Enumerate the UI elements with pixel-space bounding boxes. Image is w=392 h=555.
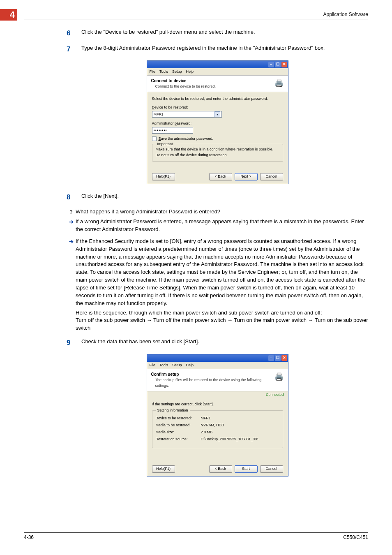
menu-file[interactable]: File [150,363,156,368]
step-number-6: 6 [67,28,81,39]
info-key: Media size: [156,430,201,435]
info-value: MFP1 [201,416,211,421]
question-icon: ? [67,208,76,216]
connected-status: Connected [147,391,288,398]
confirm-setup-dialog: – ☐ ✕ File Tools Setup Help Confirm setu… [147,354,288,476]
arrow-right-icon: ➔ [67,238,76,332]
info-key: Device to be restored: [156,416,201,421]
info-value: NVRAM, HDD [201,423,224,428]
step-number-7: 7 [67,44,81,56]
page-number: 4-36 [24,534,34,540]
maximize-icon[interactable]: ☐ [275,355,281,361]
cancel-button[interactable]: Cancel [260,465,283,473]
cancel-button[interactable]: Cancel [260,173,283,180]
menu-setup[interactable]: Setup [172,363,182,368]
save-password-label: Save the administrator password. [159,136,214,141]
step-7-text: Type the 8-digit Administrator Password … [81,44,325,52]
window-titlebar[interactable]: – ☐ ✕ [147,61,288,68]
table-row: Device to be restored: MFP1 [156,415,279,422]
close-icon[interactable]: ✕ [281,62,287,67]
device-label: Device to be restored: [152,105,283,110]
help-button[interactable]: Help(F1) [152,465,175,473]
back-button[interactable]: < Back [209,173,232,180]
important-line-2: Do not turn off the device during restor… [156,153,279,158]
note-question: What happens if a wrong Administrator Pa… [76,208,368,216]
section-number: 4 [0,9,17,21]
important-legend: Important [156,141,175,147]
setting-info-legend: Setting information [156,408,190,413]
close-icon[interactable]: ✕ [281,355,287,361]
model-number: C550/C451 [343,534,368,540]
note-answer-2: If the Enhanced Security mode is set to … [76,238,365,306]
table-row: Media size: 2.0 MB [156,429,279,436]
menu-tools[interactable]: Tools [159,363,168,368]
minimize-icon[interactable]: – [268,355,274,361]
minimize-icon[interactable]: – [268,62,274,67]
menu-bar: File Tools Setup Help [147,68,288,76]
dialog-title: Connect to device [151,78,216,84]
menu-help[interactable]: Help [186,363,194,368]
chevron-down-icon[interactable]: ▾ [214,111,220,117]
dialog-subtitle: The backup files will be restored to the… [155,377,274,388]
note-answer-2c: Turn off the sub power switch → Turn off… [76,317,368,331]
back-button[interactable]: < Back [209,465,232,473]
info-key: Media to be restored: [156,423,201,428]
connect-device-dialog: – ☐ ✕ File Tools Setup Help Connect to d… [147,60,288,184]
note-answer-1: If a wrong Administrator Password is ent… [76,218,368,234]
help-button[interactable]: Help(F1) [152,173,175,180]
password-value: •••••••• [154,128,167,133]
password-input[interactable]: •••••••• [152,127,193,134]
menu-bar: File Tools Setup Help [147,362,288,369]
save-password-checkbox[interactable] [152,136,157,141]
menu-help[interactable]: Help [186,69,194,74]
important-group: Important Make sure that the device is i… [152,144,283,161]
info-value: C:\Backup_20070529_105031_001 [201,437,259,442]
dialog-intro: Select the device to be restored, and en… [152,96,283,102]
note-answer-2b: Here is the sequence, through which the … [76,310,322,316]
step-number-9: 9 [67,338,81,349]
info-value: 2.0 MB [201,430,213,435]
dialog-subtitle: Connect to the device to be restored. [155,84,216,89]
step-9-text: Check the data that has been set and cli… [81,338,199,346]
window-titlebar[interactable]: – ☐ ✕ [147,354,288,362]
dialog-intro: If the settings are correct, click [Star… [152,402,283,407]
setting-info-group: Setting information Device to be restore… [152,410,283,448]
dialog-title: Confirm setup [151,372,274,378]
page-title: Application Software [323,12,368,17]
device-select[interactable]: MFP1 ▾ [152,111,222,118]
device-icon: 🖨️ [274,372,284,382]
next-button[interactable]: Next > [235,173,258,180]
menu-tools[interactable]: Tools [159,69,168,74]
device-select-value: MFP1 [154,112,164,117]
start-button[interactable]: Start [235,465,258,473]
menu-file[interactable]: File [150,69,156,74]
important-line-1: Make sure that the device is in a condit… [156,147,279,152]
menu-setup[interactable]: Setup [172,69,182,74]
device-icon: 🖨️ [274,78,284,88]
password-label: Administrator password: [152,121,283,126]
step-6-text: Click the "Device to be restored" pull-d… [81,28,255,36]
table-row: Media to be restored: NVRAM, HDD [156,422,279,429]
step-8-text: Click the [Next]. [81,192,119,200]
arrow-right-icon: ➔ [67,218,76,234]
step-number-8: 8 [67,192,81,204]
table-row: Restoration source: C:\Backup_20070529_1… [156,436,279,443]
maximize-icon[interactable]: ☐ [275,62,281,67]
info-key: Restoration source: [156,437,201,442]
